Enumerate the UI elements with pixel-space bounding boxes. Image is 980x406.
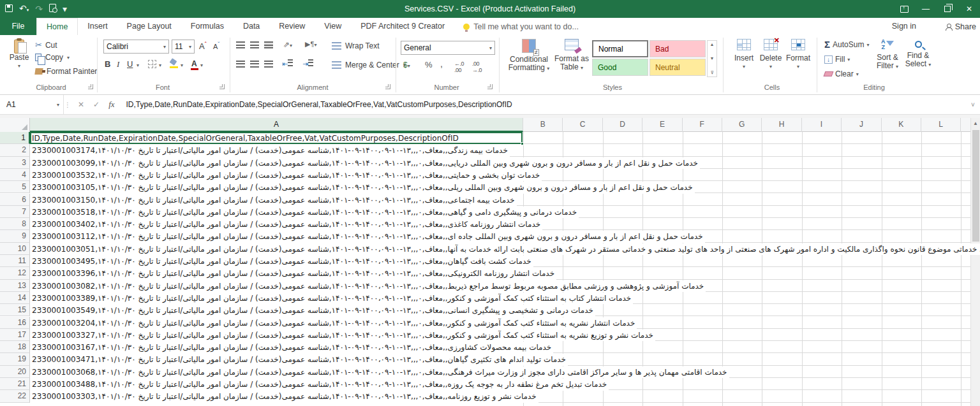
grid-row-19[interactable]: 2330001003471,۱۴۰۱/۱۰/۳۰ / سازمان امور م…	[30, 353, 970, 365]
column-header-c[interactable]: C	[563, 118, 602, 132]
select-all-corner[interactable]	[0, 118, 30, 132]
fill-color-dropdown-icon[interactable]: ▾	[181, 62, 183, 68]
row-header-4[interactable]: 4	[0, 169, 30, 181]
borders-icon[interactable]	[148, 60, 156, 68]
row-header-16[interactable]: 16	[0, 317, 30, 329]
grid-row-4[interactable]: 2330001003532,۱۴۰۱/۱۰/۳۰ / سازمان امور م…	[30, 169, 970, 181]
expand-formula-bar-icon[interactable]: ˅	[966, 95, 980, 114]
increase-decimal-icon[interactable]: ←.0.00	[454, 61, 464, 73]
row-header-13[interactable]: 13	[0, 280, 30, 292]
tab-home[interactable]: Home	[36, 18, 78, 35]
font-color-dropdown-icon[interactable]: ▾	[200, 62, 203, 68]
cancel-icon[interactable]: ✕	[78, 100, 84, 109]
sign-in-button[interactable]: Sign in	[892, 18, 916, 35]
column-header-i[interactable]: I	[802, 118, 842, 132]
grid-row-9[interactable]: 2330001003112,۱۴۰۱/۱۰/۳۰ / سازمان امور م…	[30, 230, 970, 242]
accounting-format-icon[interactable]: $▾	[403, 61, 410, 69]
decrease-decimal-icon[interactable]: .00→.0	[472, 61, 482, 73]
row-header-1[interactable]: 1	[0, 132, 30, 144]
merge-center-button[interactable]: Merge & Center ▾	[332, 61, 406, 69]
tab-formulas[interactable]: Formulas	[181, 18, 234, 35]
wrap-text-button[interactable]: Wrap Text	[332, 41, 380, 50]
tab-pdf-architect-9-creator[interactable]: PDF Architect 9 Creator	[351, 18, 454, 35]
row-header-11[interactable]: 11	[0, 255, 30, 267]
grid-row-6[interactable]: 2330001003150,۱۴۰۱/۱۰/۳۰ / سازمان امور م…	[30, 194, 970, 206]
bottom-align-icon[interactable]	[264, 41, 273, 48]
row-header-12[interactable]: 12	[0, 267, 30, 279]
insert-function-icon[interactable]: fx	[108, 99, 114, 110]
copy-button[interactable]: Copy ▾	[35, 53, 70, 62]
orientation-icon[interactable]: ⇗▾	[283, 40, 292, 49]
row-header-18[interactable]: 18	[0, 341, 30, 353]
row-header-9[interactable]: 9	[0, 230, 30, 242]
text-direction-icon[interactable]: ▶¶▾	[305, 40, 316, 48]
decrease-indent-icon[interactable]: ⇤	[282, 59, 293, 68]
find-select-button[interactable]: Find & Select ▾	[903, 39, 933, 69]
grid-row-20[interactable]: 2330001003068,۱۴۰۱/۱۰/۳۰ / سازمان امور م…	[30, 366, 970, 378]
name-box-dropdown-icon[interactable]: ▾	[57, 102, 59, 108]
row-header-3[interactable]: 3	[0, 157, 30, 169]
italic-icon[interactable]: I	[117, 59, 119, 69]
format-as-table-button[interactable]: Format as Table ▾	[554, 39, 590, 72]
formula-input[interactable]: ID,Type,Date,RunDate,ExpirationDate,Spec…	[121, 95, 966, 114]
borders-dropdown-icon[interactable]: ▾	[159, 62, 161, 68]
row-header-14[interactable]: 14	[0, 292, 30, 304]
column-header-b[interactable]: B	[523, 118, 563, 132]
row-header-6[interactable]: 6	[0, 194, 30, 206]
clipboard-dialog-launcher-icon[interactable]	[88, 84, 93, 89]
worksheet-grid[interactable]: ABCDEFGHIJKL 123456789101112131415161718…	[0, 118, 970, 406]
cell-style-normal[interactable]: Normal	[592, 40, 648, 57]
insert-cells-button[interactable]: Insert ▾	[731, 39, 757, 71]
increase-indent-icon[interactable]: ⇥	[302, 59, 313, 68]
align-right-icon[interactable]	[264, 61, 273, 68]
row-header-10[interactable]: 10	[0, 243, 30, 255]
column-header-l[interactable]: L	[921, 118, 961, 132]
row-header-19[interactable]: 19	[0, 353, 30, 365]
row-header-17[interactable]: 17	[0, 329, 30, 341]
ribbon-display-options-icon[interactable]	[893, 0, 915, 18]
number-format-combo[interactable]: General▾	[401, 41, 495, 55]
grid-row-14[interactable]: 2330001003389,۱۴۰۱/۱۰/۳۰ / سازمان امور م…	[30, 292, 970, 304]
column-header-f[interactable]: F	[683, 118, 722, 132]
align-left-icon[interactable]	[236, 61, 245, 68]
grid-row-2[interactable]: 2330001003174,۱۴۰۱/۱۰/۳۰ / سازمان امور م…	[30, 144, 970, 156]
row-header-8[interactable]: 8	[0, 218, 30, 230]
grid-row-1[interactable]: ID,Type,Date,RunDate,ExpirationDate,Spec…	[30, 132, 970, 144]
tab-page-layout[interactable]: Page Layout	[117, 18, 181, 35]
bold-icon[interactable]: B	[105, 59, 110, 69]
align-center-icon[interactable]	[250, 61, 259, 68]
top-align-icon[interactable]	[236, 41, 245, 48]
row-header-20[interactable]: 20	[0, 366, 30, 378]
tab-insert[interactable]: Insert	[78, 18, 117, 35]
font-size-combo[interactable]: 11▾	[172, 40, 195, 54]
grid-row-5[interactable]: 2330001003105,۱۴۰۱/۱۰/۳۰ / سازمان امور م…	[30, 181, 970, 193]
row-header-2[interactable]: 2	[0, 144, 30, 156]
restore-icon[interactable]	[937, 0, 958, 18]
column-header-a[interactable]: A	[30, 118, 523, 132]
styles-gallery-scroll[interactable]: ▲ ▼ ⊽	[707, 40, 717, 77]
increase-font-icon[interactable]: Aˆ	[199, 41, 207, 51]
row-header-15[interactable]: 15	[0, 304, 30, 316]
clear-button[interactable]: Clear ▾	[824, 69, 859, 78]
grid-row-21[interactable]: 2330001003488,۱۴۰۱/۱۰/۳۰ / سازمان امور م…	[30, 378, 970, 390]
column-header-d[interactable]: D	[603, 118, 642, 132]
grid-row-12[interactable]: 2330001003396,۱۴۰۱/۱۰/۳۰ / سازمان امور م…	[30, 267, 970, 279]
gallery-down-icon[interactable]: ▼	[710, 56, 715, 61]
alignment-dialog-launcher-icon[interactable]	[385, 84, 390, 89]
tab-file[interactable]: File	[0, 18, 36, 35]
conditional-formatting-button[interactable]: Conditional Formatting ▾	[504, 39, 554, 73]
font-dialog-launcher-icon[interactable]	[219, 84, 225, 89]
grid-row-8[interactable]: 2330001003402,۱۴۰۱/۱۰/۳۰ / سازمان امور م…	[30, 218, 970, 230]
cell-style-neutral[interactable]: Neutral	[650, 59, 706, 76]
grid-row-15[interactable]: 2330001003549,۱۴۰۱/۱۰/۳۰ / سازمان امور م…	[30, 304, 970, 316]
fill-button[interactable]: ↓ Fill ▾	[824, 55, 850, 64]
format-cells-button[interactable]: Format ▾	[785, 39, 812, 71]
underline-dropdown-icon[interactable]: ▾	[137, 62, 139, 68]
row-header-22[interactable]: 22	[0, 390, 30, 402]
close-icon[interactable]: ✕	[958, 0, 980, 18]
minimize-icon[interactable]: —	[915, 0, 937, 18]
gallery-more-icon[interactable]: ⊽	[710, 70, 713, 75]
grid-row-10[interactable]: 2330001003051,۱۴۰۱/۱۰/۳۰ / سازمان امور م…	[30, 243, 970, 255]
cell-style-bad[interactable]: Bad	[650, 40, 706, 57]
column-header-g[interactable]: G	[722, 118, 762, 132]
